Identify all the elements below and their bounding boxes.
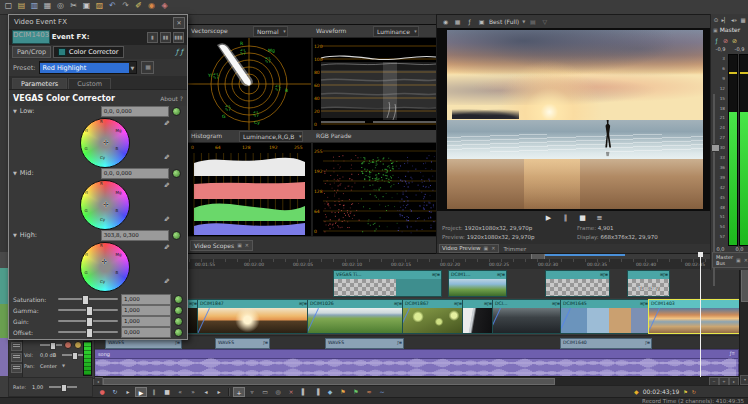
opacity-envelope[interactable]: [649, 308, 660, 333]
slider-value-field[interactable]: 0,000: [121, 327, 171, 338]
volume-slider[interactable]: [62, 354, 84, 356]
zoom-out-button[interactable]: −: [709, 377, 719, 385]
slider-thumb[interactable]: [86, 306, 93, 316]
main-video-track[interactable]: ⊞ƒ≡DCIM1847⊞ƒ≡DCIM1026⊞ƒ≡DCIM1867⊞ƒ≡⊞ƒ≡D…: [93, 298, 739, 336]
normal-edit-tool-button[interactable]: +: [233, 387, 245, 397]
plugin-layout-3-icon[interactable]: ▮▮▮: [173, 32, 184, 43]
audio-events-track[interactable]: WAVESƒ≡WAVESƒ≡WAVESƒ≡DCIM1640ƒ≡: [93, 337, 739, 348]
event-icons[interactable]: ƒ≡: [175, 339, 181, 347]
help-icon[interactable]: ◈: [159, 1, 170, 11]
overlay-event[interactable]: VEGAS Ti...⊞ƒ≡: [333, 270, 442, 297]
track-fader[interactable]: [40, 344, 62, 346]
event-icons[interactable]: ⊞ƒ≡: [432, 271, 441, 279]
slider-value-field[interactable]: 1,000: [121, 305, 171, 316]
tab-trimmer[interactable]: Trimmer: [501, 246, 530, 252]
marker-tool-icon[interactable]: ⚑: [683, 389, 687, 395]
overlay-event[interactable]: ⊞ƒ≡Tuesday: [627, 270, 670, 297]
loop-playback-button[interactable]: ↻: [109, 387, 121, 397]
wheel-crosshair[interactable]: ✛: [101, 259, 107, 266]
plugin-layout-icon[interactable]: ▮: [147, 32, 158, 43]
slider-reset-button[interactable]: [174, 328, 183, 337]
dock-strip-teal[interactable]: [0, 268, 8, 304]
dock-icon[interactable]: ▣: [484, 245, 489, 252]
audio-event[interactable]: WAVESƒ≡: [215, 338, 270, 349]
properties-icon[interactable]: ▦: [42, 1, 53, 11]
master-solo-icon[interactable]: ⊘: [731, 36, 738, 46]
about-link[interactable]: About ?: [160, 95, 183, 102]
histogram-mode-dropdown[interactable]: Luminance,R,G,B: [239, 131, 303, 142]
slider-thumb[interactable]: [86, 317, 93, 327]
tab-pan-crop[interactable]: Pan/Crop: [12, 46, 51, 58]
opacity-envelope[interactable]: [198, 308, 210, 333]
track-menu-icon[interactable]: [11, 364, 22, 373]
opacity-envelope[interactable]: [403, 308, 410, 333]
trim-start-button[interactable]: ▌: [298, 387, 310, 397]
event-icons[interactable]: ⊞ƒ≡: [497, 271, 506, 279]
save-preset-icon[interactable]: ▦: [141, 61, 154, 74]
waveform-mode-dropdown[interactable]: Luminance: [373, 26, 419, 37]
envelope-button[interactable]: ~: [376, 387, 388, 397]
slider-track[interactable]: [58, 320, 118, 322]
mute-button[interactable]: [64, 341, 72, 349]
close-icon[interactable]: ✕: [245, 242, 249, 248]
split-screen-view-icon[interactable]: ▦: [453, 17, 462, 27]
eyedropper-icon[interactable]: ✎: [162, 154, 170, 160]
audio-event[interactable]: WAVESƒ≡: [325, 338, 404, 349]
slider-value-field[interactable]: 1,000: [121, 294, 171, 305]
preview-play-icon[interactable]: ▶: [544, 213, 554, 223]
wheel-value-field[interactable]: 303,8, 0,300: [101, 230, 169, 241]
timeline[interactable]: 00:01:5500:02:0000:02:0500:02:1000:02:15…: [93, 252, 739, 385]
slider-track[interactable]: [58, 309, 118, 311]
pause-button[interactable]: ∥: [148, 387, 160, 397]
insert-marker-button[interactable]: ⚑: [337, 387, 349, 397]
overlay-event[interactable]: DCIM1...⊞ƒ≡: [448, 270, 507, 297]
record-button[interactable]: ●: [96, 387, 108, 397]
eyedropper-icon[interactable]: ✎: [162, 216, 170, 222]
music-track[interactable]: song ƒ≡: [93, 349, 739, 377]
wheel-value-field[interactable]: 0,0, 0,000: [101, 168, 169, 179]
help-icon[interactable]: ?: [180, 95, 183, 102]
close-icon[interactable]: ✕: [491, 245, 495, 252]
slider-thumb[interactable]: [86, 328, 93, 338]
loop-icon[interactable]: ↻: [692, 389, 696, 395]
loop-region[interactable]: [545, 254, 625, 256]
wheel-crosshair[interactable]: ✛: [103, 140, 109, 147]
master-mute-icon[interactable]: ⊘: [722, 36, 729, 46]
preset-combobox[interactable]: Red Highlight ▼: [39, 61, 137, 74]
meter-options-icon[interactable]: ▦: [739, 15, 747, 25]
play-button[interactable]: ▶: [135, 387, 147, 397]
scroll-down-button[interactable]: ▾: [740, 375, 748, 385]
slider-track[interactable]: [58, 331, 118, 333]
eyedropper-icon[interactable]: ✎: [162, 278, 170, 284]
color-wheel[interactable]: RMgBCyGYl✛: [80, 180, 130, 230]
wheel-crosshair[interactable]: ✛: [103, 202, 109, 209]
video-event[interactable]: ⊞ƒ≡: [462, 299, 494, 334]
add-fx-icon[interactable]: ƒ ƒ: [176, 48, 187, 56]
wheel-value-field[interactable]: 0,0, 0,000: [101, 106, 169, 117]
trim-end-button[interactable]: ▐: [311, 387, 323, 397]
solo-button[interactable]: [74, 341, 82, 349]
slider-track[interactable]: [58, 298, 118, 300]
video-event[interactable]: DCI...⊞ƒ≡: [492, 299, 562, 334]
event-icons[interactable]: ƒ≡: [645, 339, 651, 347]
event-icons[interactable]: ⊞ƒ≡: [660, 271, 669, 279]
tab-video-preview[interactable]: Video Preview ▣ ✕: [439, 244, 499, 253]
slider-reset-button[interactable]: [174, 295, 183, 304]
collapse-icon[interactable]: ▼: [13, 108, 17, 114]
preview-stop-icon[interactable]: ■: [578, 213, 588, 223]
video-event[interactable]: DCIM1645⊞ƒ≡: [560, 299, 650, 334]
cursor-timecode[interactable]: 00:02:43;19: [643, 388, 680, 395]
undo-icon[interactable]: ↶: [107, 1, 118, 11]
preview-menu-icon[interactable]: ≡: [595, 213, 605, 223]
chevron-down-icon[interactable]: ▼: [522, 19, 525, 24]
wheel-reset-button[interactable]: [172, 231, 181, 240]
slider-reset-button[interactable]: [174, 317, 183, 326]
prev-frame-button[interactable]: ◂: [200, 387, 212, 397]
plugin-layout-2-icon[interactable]: ▮▮: [160, 32, 171, 43]
wheel-reset-button[interactable]: [172, 107, 181, 116]
collapse-icon[interactable]: ▼: [13, 170, 17, 176]
redo-icon[interactable]: ↷: [120, 1, 131, 11]
render-as-icon[interactable]: ◎: [55, 1, 66, 11]
auto-ripple-button[interactable]: ≈: [363, 387, 375, 397]
insert-region-button[interactable]: ⚑: [350, 387, 362, 397]
